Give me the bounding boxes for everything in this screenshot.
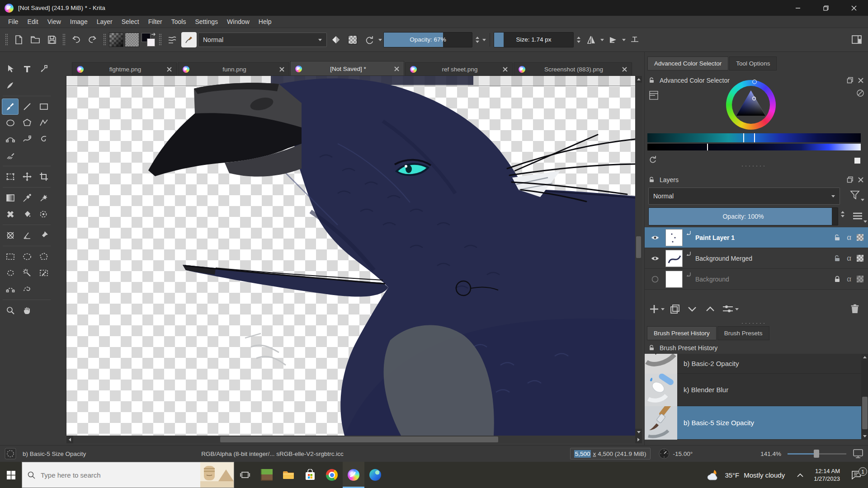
menu-help[interactable]: Help (254, 16, 276, 28)
inherit-alpha-icon[interactable] (685, 272, 692, 278)
doc-tab-flghtme[interactable]: flghtme.png (72, 62, 177, 76)
pattern-chooser[interactable] (125, 33, 139, 47)
menu-layer[interactable]: Layer (92, 16, 117, 28)
menu-file[interactable]: File (4, 16, 23, 28)
tool-move[interactable] (19, 169, 35, 185)
saturation-value-triangle[interactable] (734, 88, 768, 122)
scroll-left-icon[interactable] (66, 436, 73, 443)
doc-tab-ref-sheet[interactable]: ref sheet.png (405, 62, 513, 76)
color-strip-1[interactable] (647, 133, 861, 142)
menu-filter[interactable]: Filter (144, 16, 167, 28)
eraser-mode-button[interactable] (328, 32, 344, 47)
menu-window[interactable]: Window (222, 16, 254, 28)
layer-properties-button[interactable] (722, 303, 739, 315)
scroll-down-icon[interactable] (635, 429, 642, 436)
brush-size-slider[interactable]: Size: 1.74 px (494, 32, 574, 47)
tab-brush-preset-history[interactable]: Brush Preset History (647, 326, 717, 340)
reload-original-preset-button[interactable] (362, 32, 377, 47)
hue-marker[interactable] (752, 80, 757, 84)
layer-thumbnail[interactable] (665, 271, 683, 288)
layer-row-background[interactable]: Background α (645, 269, 868, 290)
menu-settings[interactable]: Settings (190, 16, 222, 28)
tool-gradient[interactable] (2, 190, 19, 206)
save-button[interactable] (44, 32, 60, 47)
tool-freehand-path[interactable] (19, 131, 35, 147)
start-button[interactable] (0, 462, 22, 488)
tool-magnetic-selection[interactable] (19, 281, 35, 297)
taskbar-file-explorer[interactable] (278, 462, 299, 488)
preserve-alpha-button[interactable] (345, 32, 360, 47)
add-layer-button[interactable] (648, 303, 665, 315)
taskbar-chrome[interactable] (321, 462, 343, 488)
taskbar-clock[interactable]: 12:14 AM 1/27/2023 (809, 467, 844, 483)
alpha-lock-checker-icon[interactable] (857, 234, 863, 241)
taskbar-krita-active[interactable] (343, 462, 364, 488)
tab-tool-options[interactable]: Tool Options (729, 56, 777, 70)
tool-polygon[interactable] (19, 115, 35, 131)
horizontal-scroll-thumb[interactable] (220, 436, 498, 442)
taskbar-minecraft[interactable] (256, 462, 278, 488)
swap-colors-icon[interactable] (151, 32, 156, 38)
opacity-spinner[interactable] (474, 37, 481, 43)
minimize-button[interactable] (784, 0, 812, 16)
tool-contiguous-selection[interactable] (19, 265, 35, 281)
tool-line[interactable] (19, 99, 35, 115)
inherit-alpha-icon[interactable] (685, 230, 692, 236)
tool-freehand-selection[interactable] (2, 265, 19, 281)
gradient-chooser[interactable] (109, 33, 123, 47)
shade-selector-settings-icon[interactable] (649, 91, 658, 100)
tool-freehand-brush[interactable] (2, 99, 19, 115)
close-tab-icon[interactable] (503, 67, 508, 72)
foreground-background-colors[interactable] (141, 32, 156, 47)
layer-visibility-toggle[interactable] (645, 275, 665, 283)
choose-workspace-button[interactable] (849, 32, 864, 47)
taskbar-microsoft-store[interactable] (299, 462, 321, 488)
layer-row-background-merged[interactable]: Background Merged α (645, 248, 868, 269)
canvas[interactable] (66, 76, 635, 436)
mirror-vertical-button[interactable] (584, 32, 599, 47)
tool-bezier-selection[interactable] (2, 281, 19, 297)
tool-multibrush[interactable] (2, 147, 19, 164)
docker-drag-handle[interactable] (741, 165, 766, 167)
close-tab-icon[interactable] (279, 67, 284, 72)
locked-icon[interactable] (834, 275, 841, 283)
delete-layer-button[interactable] (849, 303, 861, 315)
close-tab-icon[interactable] (394, 66, 399, 71)
tool-color-sampler[interactable] (19, 190, 35, 206)
scroll-down-icon[interactable] (861, 433, 868, 440)
unlocked-icon[interactable] (834, 254, 841, 262)
action-center-button[interactable]: 1 (844, 470, 868, 479)
layer-filter-icon[interactable] (849, 189, 861, 201)
tab-advanced-color-selector[interactable]: Advanced Color Selector (647, 56, 728, 70)
opacity-slider[interactable]: Opacity: 67% (383, 32, 472, 47)
tool-rectangular-selection[interactable] (2, 249, 19, 265)
doc-tab-funn[interactable]: funn.png (178, 62, 289, 76)
move-layer-down-button[interactable] (685, 303, 699, 315)
blending-mode-combobox[interactable]: Normal (198, 33, 327, 47)
alpha-channel-icon[interactable]: α (847, 233, 851, 242)
toolbar-grip[interactable] (5, 33, 8, 46)
choose-brush-preset-button[interactable] (165, 32, 180, 47)
background-color-swatch[interactable] (147, 38, 155, 47)
tool-assistants[interactable] (35, 227, 52, 244)
canvas-rotation-icon[interactable] (659, 448, 670, 459)
toolbar-grip[interactable] (62, 33, 66, 46)
tool-transform[interactable] (2, 169, 19, 185)
menu-select[interactable]: Select (117, 16, 144, 28)
tool-smart-patch[interactable] (2, 206, 19, 222)
selection-mode-icon[interactable] (5, 448, 16, 460)
layer-opacity-slider[interactable]: Opacity: 100% (648, 207, 838, 225)
vertical-scroll-thumb[interactable] (636, 236, 641, 258)
tool-edit-shapes[interactable] (35, 61, 52, 77)
fullscreen-icon[interactable] (853, 449, 863, 459)
search-highlight-image[interactable] (200, 462, 234, 488)
tool-enclose-fill[interactable] (35, 206, 52, 222)
layer-thumbnail[interactable] (665, 229, 683, 246)
alpha-channel-icon[interactable]: α (847, 254, 851, 263)
tool-text[interactable] (19, 61, 35, 77)
layer-visibility-toggle[interactable] (645, 254, 665, 263)
hue-ring[interactable] (726, 80, 776, 130)
tool-measure[interactable] (19, 227, 35, 244)
scroll-up-icon[interactable] (861, 354, 868, 361)
taskbar-search-box[interactable] (22, 462, 234, 488)
